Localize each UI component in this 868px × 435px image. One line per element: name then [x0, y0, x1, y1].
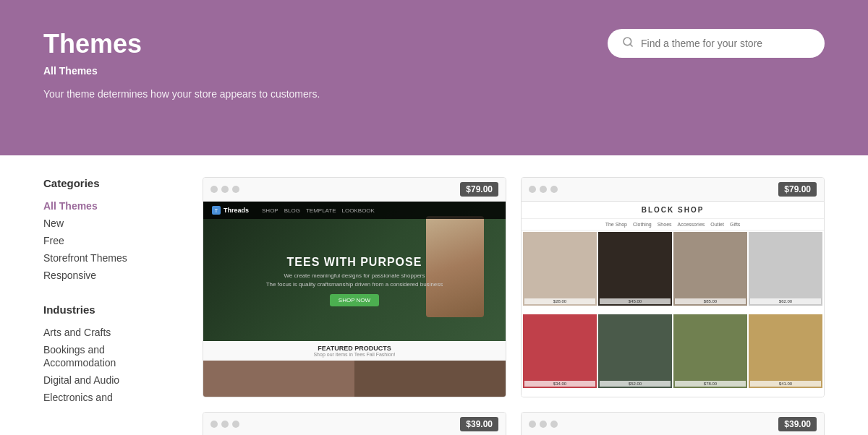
blockshop-item-6: $52.00: [598, 314, 672, 388]
hero-right: [608, 29, 825, 58]
threads-featured-title: FEATURED PRODUCTS: [207, 345, 502, 352]
sidebar: Categories All Themes New Free Storefron…: [43, 177, 174, 435]
blockshop-item-8: $41.00: [749, 314, 822, 388]
themes-grid: $79.00 T Threads SHOP BLOG TEMPLATE LOOK…: [203, 177, 825, 435]
blockshop-item-1: $28.00: [523, 232, 597, 306]
dot-2: [540, 186, 547, 193]
hero-left: Themes All Themes Your theme determines …: [43, 29, 320, 100]
hero-description: Your theme determines how your store app…: [43, 88, 320, 100]
dot-3: [232, 186, 239, 193]
categories-heading: Categories: [43, 177, 174, 189]
search-icon: [622, 36, 634, 51]
threads-logo: T Threads: [212, 206, 249, 215]
page-title: Themes: [43, 29, 320, 59]
threads-featured: FEATURED PRODUCTS Shop our items in Tees…: [203, 341, 506, 361]
theme-card-blockshop[interactable]: $79.00 BLOCK SHOP The Shop Clothing Shoe…: [521, 177, 825, 397]
threads-tagline: TEES WITH PURPOSE: [266, 256, 443, 269]
item-price-7: $78.00: [675, 381, 746, 387]
sidebar-item-all-themes[interactable]: All Themes: [43, 199, 174, 212]
sidebar-item-arts[interactable]: Arts and Crafts: [43, 326, 174, 339]
blockshop-item-4: $62.00: [749, 232, 822, 306]
item-price-6: $52.00: [600, 381, 671, 387]
item-price-3: $85.00: [675, 298, 746, 304]
threads-logo-icon: T: [212, 206, 221, 215]
categories-nav: All Themes New Free Storefront Themes Re…: [43, 199, 174, 282]
dot-3: [232, 421, 239, 428]
theme-card-header-bistro: $39.00: [203, 413, 506, 435]
blockshop-item-2: $45.00: [598, 232, 672, 306]
dot-2: [221, 186, 229, 193]
threads-hero-content: TEES WITH PURPOSE We create meaningful d…: [203, 202, 506, 361]
window-dots: [210, 186, 239, 193]
window-dots-bistro: [210, 421, 239, 428]
sidebar-item-responsive[interactable]: Responsive: [43, 269, 174, 282]
industries-heading: Industries: [43, 303, 174, 316]
sidebar-item-storefront[interactable]: Storefront Themes: [43, 251, 174, 264]
threads-product-strip: [203, 361, 506, 397]
theme-card-header-threads: $79.00: [203, 178, 506, 202]
sidebar-item-free[interactable]: Free: [43, 234, 174, 247]
sidebar-item-electronics[interactable]: Electronics and: [43, 391, 174, 404]
threads-preview: T Threads SHOP BLOG TEMPLATE LOOKBOOK TE…: [203, 202, 506, 361]
dot-2: [540, 421, 547, 428]
item-price-5: $34.00: [524, 381, 595, 387]
price-badge-blockshop: $79.00: [778, 182, 817, 197]
dot-1: [529, 186, 536, 193]
item-price-1: $28.00: [524, 298, 595, 304]
threads-product-2: [354, 361, 506, 397]
item-price-8: $41.00: [750, 381, 821, 387]
dot-1: [529, 421, 536, 428]
threads-featured-sub: Shop our items in Tees Fall Fashion!: [207, 352, 502, 357]
threads-nav: T Threads SHOP BLOG TEMPLATE LOOKBOOK: [203, 202, 506, 219]
sidebar-item-digital[interactable]: Digital and Audio: [43, 374, 174, 387]
industries-nav: Arts and Crafts Bookings and Accommodati…: [43, 326, 174, 404]
theme-card-header-stationery: $39.00: [522, 413, 824, 435]
dot-3: [550, 421, 558, 428]
theme-card-bistro[interactable]: $39.00 Bistro Shop Sunday Brunch Meat Ve…: [203, 412, 506, 435]
threads-hero-text: TEES WITH PURPOSE We create meaningful d…: [266, 256, 443, 306]
search-input[interactable]: [641, 38, 810, 49]
dot-1: [210, 186, 218, 193]
threads-nav-links: SHOP BLOG TEMPLATE LOOKBOOK: [262, 207, 375, 214]
blockshop-grid: $28.00 $45.00 $85.00 $62.00 $34.00: [522, 231, 824, 397]
hero-subtitle: All Themes: [43, 65, 320, 77]
window-dots-blockshop: [529, 186, 558, 193]
theme-card-header-blockshop: $79.00: [522, 178, 824, 202]
hero-section: Themes All Themes Your theme determines …: [0, 0, 868, 155]
search-bar: [608, 29, 825, 58]
blockshop-item-5: $34.00: [523, 314, 597, 388]
blockshop-subnav: The Shop Clothing Shoes Accessories Outl…: [522, 219, 824, 231]
blockshop-preview: BLOCK SHOP The Shop Clothing Shoes Acces…: [522, 202, 824, 397]
main-content: Categories All Themes New Free Storefron…: [0, 155, 868, 435]
blockshop-item-7: $78.00: [673, 314, 747, 388]
dot-3: [550, 186, 558, 193]
theme-card-stationery[interactable]: $39.00 STATIONERY $248 STATIONE: [521, 412, 825, 435]
svg-line-1: [630, 44, 632, 46]
price-badge-stationery: $39.00: [778, 417, 817, 431]
blockshop-brand: BLOCK SHOP: [522, 202, 824, 219]
sidebar-item-new[interactable]: New: [43, 217, 174, 230]
threads-cta-button[interactable]: SHOP NOW: [330, 294, 379, 306]
price-badge-threads: $79.00: [460, 182, 498, 197]
window-dots-stationery: [529, 421, 558, 428]
item-price-2: $45.00: [600, 298, 671, 304]
threads-brand: Threads: [224, 207, 249, 214]
dot-2: [221, 421, 229, 428]
threads-sub: We create meaningful designs for passion…: [266, 272, 443, 288]
theme-card-threads[interactable]: $79.00 T Threads SHOP BLOG TEMPLATE LOOK…: [203, 177, 506, 397]
threads-product-1: [203, 361, 354, 397]
price-badge-bistro: $39.00: [460, 417, 498, 431]
blockshop-item-3: $85.00: [673, 232, 747, 306]
item-price-4: $62.00: [750, 298, 821, 304]
dot-1: [210, 421, 218, 428]
sidebar-item-bookings[interactable]: Bookings and Accommodation: [43, 343, 174, 369]
